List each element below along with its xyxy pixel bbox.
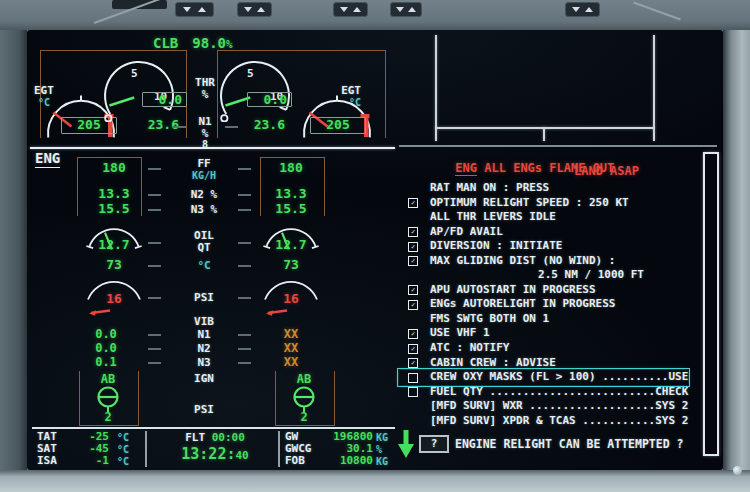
dash (238, 348, 251, 350)
checklist-item[interactable]: ✓OPTIMUM RELIGHT SPEED : 250 KT (399, 196, 699, 211)
isa-value: -1 (67, 455, 109, 467)
checklist-item[interactable]: ✓MAX GLIDING DIST (NO WIND) : (399, 254, 699, 269)
checklist-item[interactable]: ✓APU AUTOSTART IN PROGRESS (399, 283, 699, 298)
land-asap-flag: LAND ASAP (399, 165, 639, 178)
footer-divider (32, 427, 395, 429)
thrust-mode: CLB (153, 36, 178, 51)
ewd-display-unit: CLB 98.0% EGT°C 205 5 10 0.0 23.6 (0, 0, 750, 492)
checkbox-checked-icon: ✓ (408, 242, 418, 252)
eng2-vib-n3: XX (261, 356, 321, 369)
gw-unit: KG (376, 432, 388, 443)
ff-unit: KG/H (186, 170, 222, 181)
eng1-ab-label: AB (79, 373, 137, 386)
memo-frame-left (435, 35, 437, 128)
thrust-mode-line: CLB 98.0% (153, 36, 233, 51)
triangle-down-icon (244, 7, 252, 12)
checklist-item[interactable]: ✓USE VHF 1 (399, 326, 699, 341)
eng2-vib-n1: XX (261, 328, 321, 341)
memo-frame-stub (435, 127, 437, 141)
eng2-thr-dial: 5 10 (213, 50, 297, 122)
eng2-vib-n2: XX (261, 342, 321, 355)
dial-tick-5: 5 (131, 67, 138, 80)
isa-row: ISA -1 °C (37, 455, 141, 467)
eng1-thr-value: 0.0 (142, 92, 187, 107)
bezel-right (723, 30, 750, 470)
bezel-button-4[interactable] (390, 2, 422, 17)
oil-temp-unit: °C (186, 260, 222, 272)
n2-label: N2 % (179, 189, 229, 201)
bezel-button-1[interactable] (175, 2, 214, 17)
checkbox-empty-icon (408, 387, 418, 397)
checklist-item[interactable]: [MFD SURV] XPDR & TCAS ...........SYS 2 (399, 414, 699, 429)
eng1-n1-value: 23.6 (127, 118, 179, 132)
memo-frame-stub (543, 127, 545, 141)
eng1-vib-n3: 0.1 (76, 356, 136, 369)
dash (238, 334, 251, 336)
checkbox-checked-icon: ✓ (408, 256, 418, 266)
bezel-button-3[interactable] (333, 2, 368, 17)
checklist-item[interactable]: RAT MAN ON : PRESS (399, 181, 699, 196)
checklist-item-continuation: 2.5 NM / 1000 FT (399, 268, 699, 283)
vib-n3-label: N3 (186, 357, 222, 369)
checklist-item[interactable]: ✓ATC : NOTIFY (399, 341, 699, 356)
fob-value: 10800 (321, 455, 373, 467)
dash (148, 334, 161, 336)
triangle-up-icon (198, 7, 206, 12)
clock-hm: 13:22: (181, 445, 235, 463)
ecam-divider (399, 145, 717, 147)
checklist-item[interactable]: ✓AP/FD AVAIL (399, 225, 699, 240)
triangle-down-icon (183, 7, 191, 12)
checkbox-checked-icon: ✓ (408, 358, 418, 368)
eng2-thr-value: 0.0 (247, 92, 292, 107)
triangle-up-icon (353, 7, 361, 12)
ign-label: IGN (186, 373, 222, 385)
thrust-rating: 98.0% (192, 36, 232, 51)
triangle-down-icon (396, 7, 404, 12)
checklist-item[interactable]: FMS SWTG BOTH ON 1 (399, 312, 699, 327)
checkbox-checked-icon: ✓ (408, 344, 418, 354)
eng2-n3-value: 15.5 (261, 202, 321, 216)
eng2-oilpsi-value: 16 (261, 292, 321, 306)
bezel-button-5[interactable] (565, 2, 600, 17)
eng2-ff-value: 180 (261, 161, 321, 175)
ewd-screen: CLB 98.0% EGT°C 205 5 10 0.0 23.6 (27, 30, 723, 470)
dash (148, 297, 161, 299)
vib-label: VIB (186, 316, 222, 328)
triangle-down-icon (340, 7, 348, 12)
eng2-n1-value: 23.6 (233, 118, 285, 132)
checklist-item[interactable]: ✓ENGs AUTORELIGHT IN PROGRESS (399, 297, 699, 312)
eng1-oilpsi-value: 16 (84, 292, 144, 306)
eng1-oilqt-value: 12.7 (84, 238, 144, 252)
vib-n1-label: N1 (186, 329, 222, 341)
flt-time: 00:00 (212, 431, 245, 444)
checklist-scrollbar[interactable] (703, 152, 719, 456)
checklist-item[interactable]: FUEL QTY .........................CHECK (399, 385, 699, 400)
memo-frame-stub (653, 127, 655, 141)
dash (148, 242, 161, 244)
question-mark-box[interactable]: ? (419, 435, 449, 453)
dash (238, 297, 251, 299)
temp-unit: °C (117, 432, 129, 443)
checklist-item[interactable]: ✓CABIN CREW : ADVISE (399, 356, 699, 371)
checklist-item-selected[interactable]: CREW OXY MASKS (FL > 100) ..........USE (399, 370, 688, 385)
utc-clock: 13:22:40 (155, 444, 275, 463)
flt-time-row: FLT 00:00 (155, 432, 275, 444)
dial-zero-marker (221, 115, 227, 121)
dash (173, 126, 186, 128)
eng1-vib-n1: 0.0 (76, 328, 136, 341)
checklist-item[interactable]: ALL THR LEVERS IDLE (399, 210, 699, 225)
clock-sec: 40 (235, 449, 248, 462)
checklist-item[interactable]: ✓DIVERSION : INITIATE (399, 239, 699, 254)
bezel-button-2[interactable] (237, 2, 272, 17)
n3-label: N3 % (179, 204, 229, 216)
ff-label: FFKG/H (186, 158, 222, 181)
memo-frame-right (653, 35, 655, 128)
checkbox-checked-icon: ✓ (408, 300, 418, 310)
checkbox-checked-icon: ✓ (408, 329, 418, 339)
dash (148, 194, 161, 196)
checkbox-checked-icon: ✓ (408, 227, 418, 237)
eng1-ab-value: 2 (79, 411, 137, 424)
checklist-item[interactable]: [MFD SURV] WXR ...................SYS 2 (399, 399, 699, 414)
fob-row: FOB 10800 KG (285, 455, 393, 467)
bezel-bottom (0, 470, 750, 492)
